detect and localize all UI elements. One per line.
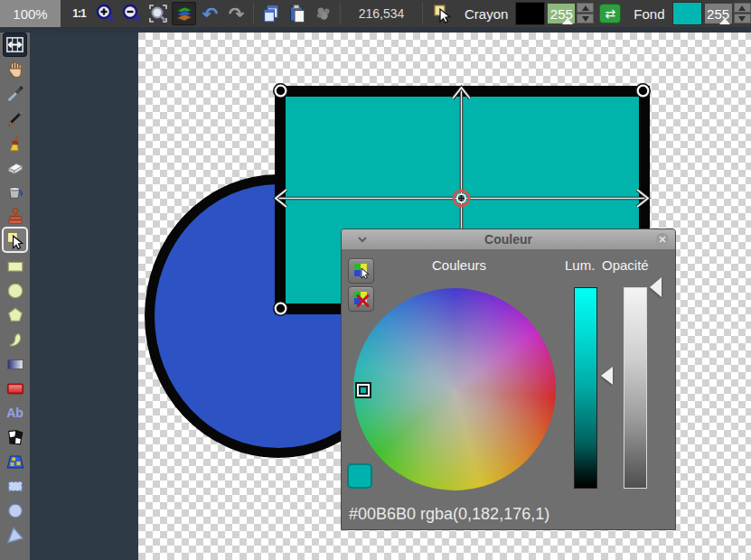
zoom-out-icon xyxy=(121,3,143,24)
paste-button[interactable] xyxy=(285,2,309,25)
pointer-mode-button[interactable] xyxy=(427,2,456,25)
crayon-alpha-dropdown-indicator xyxy=(562,18,573,24)
tool-comma-shape[interactable] xyxy=(4,328,26,350)
fond-label: Fond xyxy=(626,6,671,22)
color-picker-icon xyxy=(352,262,371,280)
eyedropper-icon xyxy=(5,84,25,104)
zoom-level-dropdown[interactable]: 100% xyxy=(0,0,61,27)
rectangle-shape-icon xyxy=(5,257,25,276)
opacity-slider-marker[interactable] xyxy=(650,277,662,297)
fond-alpha-up-button[interactable] xyxy=(734,3,751,13)
transform-icon xyxy=(5,34,25,55)
broom-icon xyxy=(5,133,25,153)
up-arrow-icon xyxy=(738,5,746,11)
cursor-coordinates: 216,534 xyxy=(344,6,418,21)
tool-pentagon[interactable] xyxy=(4,303,26,326)
tool-broom[interactable] xyxy=(4,131,26,154)
top-toolbar: 100% 1:1 ↶ ↷ 216,534 Cra xyxy=(0,0,751,27)
crayon-alpha-spinners xyxy=(577,3,594,24)
swap-colors-button[interactable]: ⇄ xyxy=(599,4,621,23)
pointer-mode-icon xyxy=(430,2,454,25)
close-icon[interactable] xyxy=(656,233,669,246)
perspective-icon xyxy=(5,452,25,471)
toolbar-separator xyxy=(253,3,254,24)
tool-eraser[interactable] xyxy=(4,155,26,178)
tool-perspective[interactable] xyxy=(4,450,26,472)
swap-colors-icon: ⇄ xyxy=(605,6,615,21)
tool-select-triangle[interactable] xyxy=(4,523,26,546)
tool-transform[interactable] xyxy=(4,33,26,56)
tool-ellipse[interactable] xyxy=(4,279,26,302)
crayon-alpha-down-button[interactable] xyxy=(577,14,594,23)
up-arrow-icon xyxy=(582,5,589,11)
tool-rectangle[interactable] xyxy=(4,255,26,277)
fond-alpha-dropdown-indicator xyxy=(719,18,730,24)
comma-shape-icon xyxy=(5,330,25,350)
opacity-slider[interactable] xyxy=(624,287,647,489)
tool-eyedropper[interactable] xyxy=(4,82,26,105)
tool-frame[interactable] xyxy=(4,377,26,399)
fill-bucket-icon xyxy=(5,182,25,201)
color-dialog: Couleur Couleurs Lum. Opacité #00B6B0 rg… xyxy=(341,229,676,530)
copy-button[interactable] xyxy=(258,2,283,25)
zoom-in-button[interactable] xyxy=(93,2,117,25)
tool-gradient[interactable] xyxy=(4,352,26,375)
hand-icon xyxy=(5,60,25,79)
tool-stamp[interactable] xyxy=(4,204,26,227)
pick-color-button[interactable] xyxy=(348,258,374,284)
actual-size-icon: 1:1 xyxy=(72,7,85,20)
zoom-out-button[interactable] xyxy=(119,2,144,25)
actual-size-button[interactable]: 1:1 xyxy=(67,2,91,25)
eraser-icon xyxy=(5,157,25,177)
zoom-in-icon xyxy=(95,3,117,24)
crayon-label: Crayon xyxy=(457,6,515,22)
fond-alpha-field[interactable]: 255 xyxy=(705,4,732,23)
special-paste-button-disabled[interactable] xyxy=(311,2,335,25)
luminosity-slider-marker[interactable] xyxy=(601,367,613,385)
tool-select-ellipse[interactable] xyxy=(4,499,26,521)
tool-palette: Ab xyxy=(0,33,30,560)
fond-alpha-down-button[interactable] xyxy=(734,14,751,23)
colors-header: Couleurs xyxy=(396,257,522,273)
fond-alpha-spinners xyxy=(734,3,751,24)
down-arrow-icon xyxy=(738,16,746,22)
color-wheel[interactable] xyxy=(353,288,556,490)
redo-button[interactable]: ↷ xyxy=(224,2,249,25)
tool-shape-pointer[interactable] xyxy=(4,229,26,251)
tool-select-rectangle[interactable] xyxy=(4,474,26,497)
down-arrow-icon xyxy=(582,16,589,22)
shape-pointer-icon xyxy=(5,229,25,250)
tool-shear[interactable] xyxy=(4,425,26,448)
tool-text[interactable]: Ab xyxy=(4,401,26,424)
reset-color-button[interactable] xyxy=(348,286,374,312)
toolbar-separator xyxy=(422,3,423,24)
zoom-level-value: 100% xyxy=(13,6,47,22)
select-ellipse-icon xyxy=(5,500,25,520)
pen-icon xyxy=(5,108,25,128)
tool-fill-bucket[interactable] xyxy=(4,180,26,202)
crayon-alpha-up-button[interactable] xyxy=(577,3,594,13)
shear-icon xyxy=(5,427,25,447)
color-wheel-marker[interactable] xyxy=(357,384,370,397)
fond-color-swatch[interactable] xyxy=(672,2,702,25)
zoom-fit-button[interactable] xyxy=(146,2,170,25)
layers-button[interactable] xyxy=(172,2,196,25)
crayon-color-swatch[interactable] xyxy=(515,2,545,25)
special-paste-icon xyxy=(313,3,334,24)
select-triangle-icon xyxy=(5,524,26,546)
gradient-icon xyxy=(5,354,25,374)
toolbar-separator xyxy=(340,3,341,24)
layers-icon xyxy=(174,3,195,24)
opacity-label: Opacité xyxy=(602,257,649,273)
paint-application: 100% 1:1 ↶ ↷ 216,534 Cra xyxy=(0,0,751,560)
tool-pan-hand[interactable] xyxy=(4,58,26,80)
undo-button[interactable]: ↶ xyxy=(198,2,222,25)
paste-icon xyxy=(286,3,308,24)
tool-pen[interactable] xyxy=(4,107,26,129)
color-dialog-titlebar[interactable]: Couleur xyxy=(342,229,675,249)
crayon-alpha-field[interactable]: 255 xyxy=(548,4,575,23)
luminosity-slider[interactable] xyxy=(574,287,597,489)
select-rectangle-icon xyxy=(5,476,25,496)
ellipse-shape-icon xyxy=(5,281,25,301)
frame-icon xyxy=(5,378,25,398)
